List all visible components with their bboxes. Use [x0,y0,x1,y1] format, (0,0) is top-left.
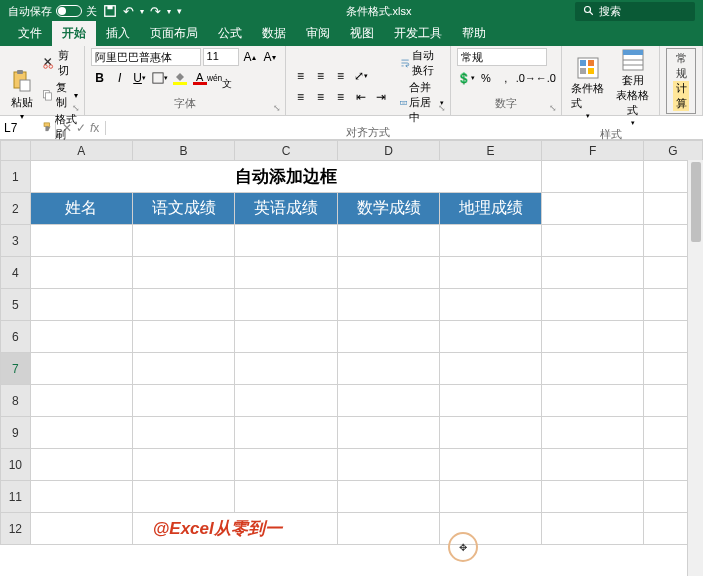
select-all-corner[interactable] [1,141,31,161]
cell[interactable] [235,289,338,321]
col-header-C[interactable]: C [235,141,338,161]
cell[interactable] [235,257,338,289]
row-header-8[interactable]: 8 [1,385,31,417]
increase-decimal-button[interactable]: .0→ [517,69,535,87]
col-header-G[interactable]: G [644,141,703,161]
cell[interactable] [30,225,132,257]
paste-button[interactable]: 粘贴 ▾ [6,67,38,123]
format-as-table-button[interactable]: 套用 表格格式▾ [613,48,654,127]
cell[interactable] [337,481,439,513]
bold-button[interactable]: B [91,69,109,87]
col-header-A[interactable]: A [30,141,132,161]
cell[interactable] [542,289,644,321]
cell[interactable] [132,257,235,289]
cell[interactable] [235,353,338,385]
cell[interactable] [132,449,235,481]
cell[interactable] [440,225,542,257]
cell[interactable] [132,481,235,513]
cell[interactable] [542,385,644,417]
font-size-select[interactable]: 11 [203,48,239,66]
format-painter-button[interactable]: 格式刷 [42,112,78,142]
wrap-text-button[interactable]: 自动换行 [400,48,444,78]
cell[interactable] [542,193,644,225]
tab-insert[interactable]: 插入 [96,21,140,46]
cell[interactable] [337,257,439,289]
cell[interactable] [440,385,542,417]
cell[interactable] [337,449,439,481]
cell[interactable] [30,417,132,449]
cell-header[interactable]: 数学成绩 [337,193,439,225]
cell-header[interactable]: 语文成绩 [132,193,235,225]
fill-color-button[interactable] [171,69,189,87]
col-header-F[interactable]: F [542,141,644,161]
cell[interactable] [440,257,542,289]
cell[interactable] [440,289,542,321]
row-header-11[interactable]: 11 [1,481,31,513]
col-header-B[interactable]: B [132,141,235,161]
save-icon[interactable] [103,4,117,18]
cell[interactable] [542,513,644,545]
cell[interactable] [132,417,235,449]
cell-header[interactable]: 地理成绩 [440,193,542,225]
row-header-5[interactable]: 5 [1,289,31,321]
tab-view[interactable]: 视图 [340,21,384,46]
alignment-launcher[interactable]: ⤡ [438,103,448,113]
cell[interactable] [132,353,235,385]
align-left-button[interactable]: ≡ [292,88,310,106]
cell[interactable] [30,353,132,385]
cut-button[interactable]: 剪切 [42,48,78,78]
undo-button[interactable]: ↶ [123,4,134,19]
cell[interactable] [235,417,338,449]
cell[interactable] [235,385,338,417]
tab-home[interactable]: 开始 [52,21,96,46]
cell[interactable] [440,449,542,481]
tab-review[interactable]: 审阅 [296,21,340,46]
number-launcher[interactable]: ⤡ [549,103,559,113]
redo-button[interactable]: ↷ [150,4,161,19]
cell[interactable] [542,257,644,289]
currency-button[interactable]: 💲▾ [457,69,475,87]
row-header-3[interactable]: 3 [1,225,31,257]
tab-formulas[interactable]: 公式 [208,21,252,46]
scrollbar-thumb[interactable] [691,162,701,242]
cell-header[interactable]: 英语成绩 [235,193,338,225]
underline-button[interactable]: U▾ [131,69,149,87]
conditional-format-button[interactable]: 条件格式▾ [568,56,609,120]
cell[interactable] [440,321,542,353]
increase-font-button[interactable]: A▴ [241,48,259,66]
cell[interactable] [132,289,235,321]
cell[interactable] [235,481,338,513]
border-button[interactable]: ▾ [151,69,169,87]
decrease-font-button[interactable]: A▾ [261,48,279,66]
cell[interactable] [542,225,644,257]
cell-styles-gallery[interactable]: 常规 计算 [666,48,696,114]
row-header-12[interactable]: 12 [1,513,31,545]
align-middle-button[interactable]: ≡ [312,67,330,85]
cell[interactable] [542,321,644,353]
row-header-10[interactable]: 10 [1,449,31,481]
cell[interactable] [337,225,439,257]
tab-developer[interactable]: 开发工具 [384,21,452,46]
cell[interactable] [337,289,439,321]
decrease-indent-button[interactable]: ⇤ [352,88,370,106]
autosave-toggle[interactable]: 自动保存 关 [8,4,97,19]
search-box[interactable]: 搜索 [575,2,695,21]
row-header-1[interactable]: 1 [1,161,31,193]
decrease-decimal-button[interactable]: ←.0 [537,69,555,87]
tab-pagelayout[interactable]: 页面布局 [140,21,208,46]
cell[interactable] [337,321,439,353]
cell[interactable] [30,257,132,289]
comma-button[interactable]: , [497,69,515,87]
clipboard-launcher[interactable]: ⤡ [72,103,82,113]
row-header-4[interactable]: 4 [1,257,31,289]
cell[interactable] [235,225,338,257]
font-color-button[interactable]: A [191,69,209,87]
cell[interactable] [132,321,235,353]
row-header-2[interactable]: 2 [1,193,31,225]
cell[interactable] [30,321,132,353]
orientation-button[interactable]: ⤢▾ [352,67,370,85]
row-header-7[interactable]: 7 [1,353,31,385]
percent-button[interactable]: % [477,69,495,87]
phonetic-button[interactable]: wén文 [211,69,229,87]
font-name-select[interactable]: 阿里巴巴普惠体 [91,48,201,66]
